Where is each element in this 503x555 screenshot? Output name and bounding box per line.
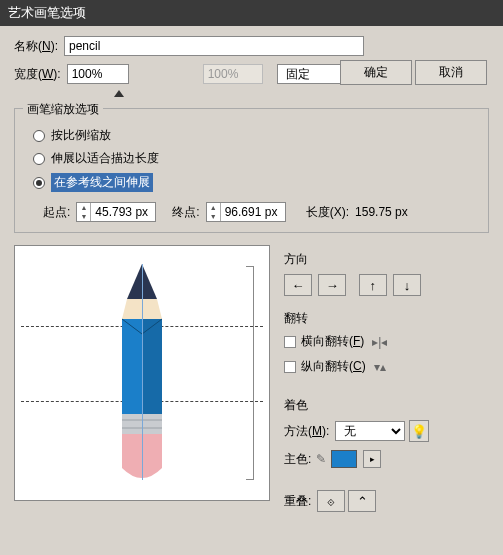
length-value: 159.75 px <box>355 205 408 219</box>
chevron-down-icon: ▼ <box>207 212 220 221</box>
start-label: 起点: <box>43 204 70 221</box>
end-value[interactable] <box>221 203 285 221</box>
flip-horizontal-checkbox[interactable] <box>284 336 296 348</box>
length-label: 长度(X): <box>306 204 349 221</box>
main-color-swatch[interactable] <box>331 450 357 468</box>
start-value[interactable] <box>91 203 155 221</box>
start-spin[interactable]: ▲▼ <box>76 202 156 222</box>
overlap-mode-b-button[interactable]: ⌃ <box>348 490 376 512</box>
flip-horizontal-icon: ▸|◂ <box>372 335 387 349</box>
tip-button[interactable]: 💡 <box>409 420 429 442</box>
width-input-box[interactable] <box>67 64 129 84</box>
brush-preview <box>14 245 270 501</box>
main-color-label: 主色: <box>284 451 311 468</box>
name-label: 名称(N): <box>14 38 58 55</box>
scale-group-title: 画笔缩放选项 <box>23 101 103 118</box>
scale-option-proportional[interactable]: 按比例缩放 <box>33 127 478 144</box>
name-input[interactable] <box>64 36 364 56</box>
dir-left-button[interactable]: ← <box>284 274 312 296</box>
window-title: 艺术画笔选项 <box>0 0 503 26</box>
eyedropper-icon[interactable]: ✎ <box>316 452 326 466</box>
direction-label: 方向 <box>284 251 489 268</box>
svg-marker-3 <box>142 319 162 414</box>
slider-thumb-icon <box>114 90 124 97</box>
dir-down-button[interactable]: ↓ <box>393 274 421 296</box>
end-spin[interactable]: ▲▼ <box>206 202 286 222</box>
color-menu-button[interactable]: ▸ <box>363 450 381 468</box>
method-label: 方法(M): <box>284 423 329 440</box>
width-value[interactable] <box>68 67 128 81</box>
overlap-label: 重叠: <box>284 493 311 510</box>
end-label: 终点: <box>172 204 199 221</box>
width-ghost: 100% <box>203 64 263 84</box>
chevron-down-icon: ▼ <box>77 212 90 221</box>
chevron-up-icon: ▲ <box>77 203 90 212</box>
cancel-button[interactable]: 取消 <box>415 60 487 85</box>
flip-label: 翻转 <box>284 310 489 327</box>
ok-button[interactable]: 确定 <box>340 60 412 85</box>
dir-right-button[interactable]: → <box>318 274 346 296</box>
flip-vertical-icon: ▾▴ <box>374 360 386 374</box>
dir-up-button[interactable]: ↑ <box>359 274 387 296</box>
width-label: 宽度(W): <box>14 66 61 83</box>
color-label: 着色 <box>284 397 489 414</box>
overlap-mode-a-button[interactable]: ⟐ <box>317 490 345 512</box>
flip-vertical-checkbox[interactable] <box>284 361 296 373</box>
scale-options-group: 画笔缩放选项 按比例缩放 伸展以适合描边长度 在参考线之间伸展 起点: ▲▼ 终… <box>14 108 489 233</box>
flip-vertical-label: 纵向翻转(C) <box>301 358 366 375</box>
scale-option-stretch-fit[interactable]: 伸展以适合描边长度 <box>33 150 478 167</box>
flip-horizontal-label: 横向翻转(F) <box>301 333 364 350</box>
chevron-up-icon: ▲ <box>207 203 220 212</box>
method-select[interactable]: 无 <box>335 421 405 441</box>
extent-bracket-icon <box>246 266 254 480</box>
scale-option-stretch-guides[interactable]: 在参考线之间伸展 <box>33 173 478 192</box>
